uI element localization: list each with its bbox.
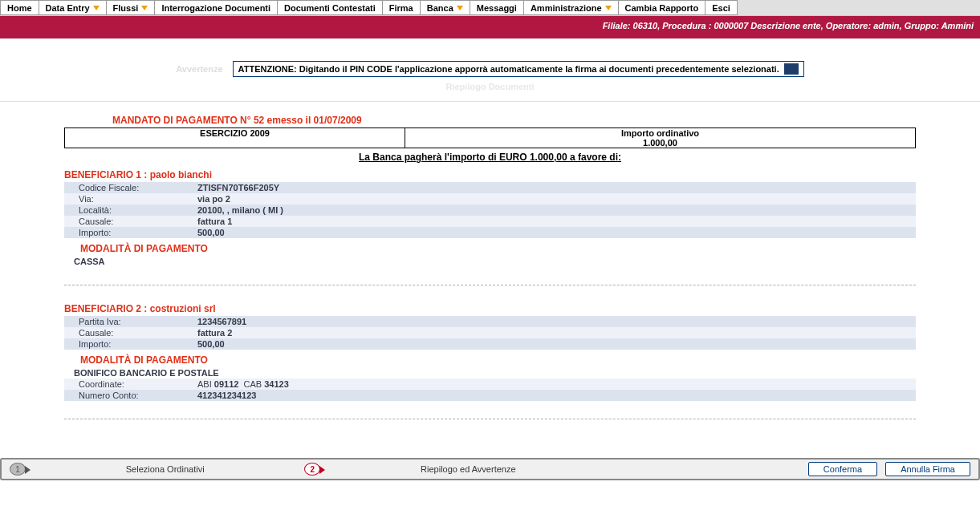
row-partita-iva: Partita Iva:1234567891 [64,316,916,327]
menu-flussi[interactable]: Flussi [107,0,156,15]
menu-esci[interactable]: Esci [706,0,738,15]
modalita-2-value: BONIFICO BANCARIO E POSTALE [64,367,916,378]
menu-documenti-contestati[interactable]: Documenti Contestati [278,0,383,15]
divider [0,101,980,102]
beneficiario-1-details: Codice Fiscale:ZTISFN70T66F205Y Via:via … [64,182,916,238]
menu-banca[interactable]: Banca [421,0,470,15]
step-2-badge: 2 [304,463,320,476]
alert-text: ATTENZIONE: Digitando il PIN CODE l'appl… [238,64,779,74]
menu-home[interactable]: Home [0,0,39,15]
main-content: MANDATO DI PAGAMENTO N° 52 emesso il 01/… [0,115,980,419]
menu-messaggi[interactable]: Messaggi [470,0,524,15]
beneficiario-1-header: BENEFICIARIO 1 : paolo bianchi [64,169,916,180]
menu-amministrazione[interactable]: Amministrazione [524,0,619,15]
modalita-pagamento-2: BONIFICO BANCARIO E POSTALE Coordinate: … [64,367,916,401]
row-codice-fiscale: Codice Fiscale:ZTISFN70T66F205Y [64,182,916,193]
chevron-down-icon [141,6,148,10]
footer-steps: 1 Seleziona Ordinativi 2 Riepilogo ed Av… [0,458,980,480]
beneficiario-2-details: Partita Iva:1234567891 Causale:fattura 2… [64,316,916,350]
esercizio-cell: ESERCIZIO 2009 [65,128,405,148]
menu-interrogazione-documenti[interactable]: Interrogazione Documenti [155,0,278,15]
dashed-separator [64,285,916,285]
row-localita: Località:20100, , milano ( MI ) [64,204,916,216]
confirm-button[interactable]: Conferma [808,462,877,476]
modalita-pagamento-1-header: MODALITÀ DI PAGAMENTO [80,243,916,254]
dashed-separator-bottom [64,419,916,419]
alert-row: Avvertenze ATTENZIONE: Digitando il PIN … [0,61,980,77]
step-1-badge: 1 [10,463,26,476]
row-importo-2: Importo:500,00 [64,338,916,350]
beneficiario-2-header: BENEFICIARIO 2 : costruzioni srl [64,303,916,314]
menu-firma[interactable]: Firma [383,0,421,15]
subheading-dim: Riepilogo Documenti [0,82,980,91]
chevron-down-icon [93,6,100,10]
row-via: Via:via po 2 [64,193,916,204]
importo-cell: Importo ordinativo 1.000,00 [405,128,916,148]
chevron-down-icon [457,6,463,10]
modalita-1-value: CASSA [64,256,916,267]
alert-box: ATTENZIONE: Digitando il PIN CODE l'appl… [233,61,804,77]
menu-cambia-rapporto[interactable]: Cambia Rapporto [619,0,706,15]
menu-data-entry[interactable]: Data Entry [39,0,107,15]
step-2[interactable]: 2 [304,463,320,476]
row-causale-2: Causale:fattura 2 [64,327,916,338]
header-status-text: Filiale: 06310, Procedura : 0000007 Desc… [603,21,974,30]
pay-line: La Banca pagherà l'importo di EURO 1.000… [64,152,916,163]
header-status-strip: Filiale: 06310, Procedura : 0000007 Desc… [0,16,980,38]
modalita-pagamento-2-header: MODALITÀ DI PAGAMENTO [80,354,916,366]
step-1[interactable]: 1 [10,463,26,476]
chevron-down-icon [605,6,612,10]
step-1-label: Seleziona Ordinativi [126,464,205,474]
row-coordinate: Coordinate: ABI 09112 CAB 34123 [64,378,916,390]
alert-label: Avvertenze [176,64,222,74]
row-importo: Importo:500,00 [64,227,916,238]
summary-table: ESERCIZIO 2009 Importo ordinativo 1.000,… [64,128,916,148]
info-icon [784,63,799,75]
row-causale: Causale:fattura 1 [64,216,916,227]
modalita-pagamento-1: CASSA [64,256,916,267]
row-numero-conto: Numero Conto:412341234123 [64,390,916,401]
step-2-label: Riepilogo ed Avvertenze [421,464,515,474]
cancel-button[interactable]: Annulla Firma [885,462,970,476]
mandato-title: MANDATO DI PAGAMENTO N° 52 emesso il 01/… [112,115,916,126]
main-menubar: Home Data Entry Flussi Interrogazione Do… [0,0,980,16]
